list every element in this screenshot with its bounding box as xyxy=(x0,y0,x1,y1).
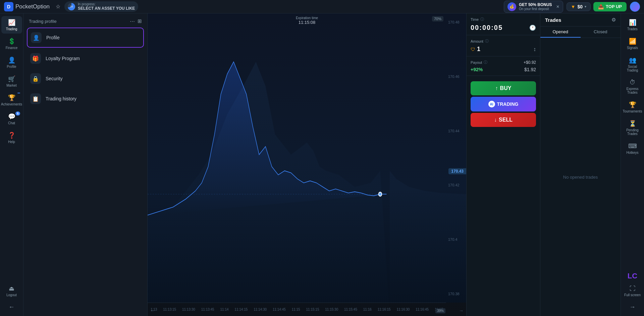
right-sidebar-item-express-trades[interactable]: ⏱ Express Trades xyxy=(622,76,643,97)
arrow-left-icon: ← xyxy=(9,304,15,311)
profile-menu-item-security[interactable]: 🔒 Security xyxy=(23,69,147,89)
right-sidebar-item-fullscreen[interactable]: ⛶ Full screen xyxy=(622,282,643,300)
achievements-icon: 🏆 xyxy=(8,94,15,101)
sidebar-label-logout: Logout xyxy=(6,293,17,297)
right-sidebar-item-social-trading[interactable]: 👥 Social Trading xyxy=(622,54,643,75)
sidebar-label-chat: Chat xyxy=(8,121,15,125)
sidebar-item-market[interactable]: 🛒 Market xyxy=(1,73,22,90)
rs-arrow-icon: → xyxy=(630,304,636,311)
price-label-5: 170.4 xyxy=(448,237,464,241)
star-button[interactable]: ☆ xyxy=(56,3,60,10)
expiry-info: Expiration time 11:15:08 xyxy=(296,16,318,25)
profile-menu-label-history: Trading history xyxy=(46,96,76,101)
sidebar-item-profile[interactable]: 👤 Profile xyxy=(1,54,22,71)
right-sidebar-item-pending[interactable]: ⏳ Pending Trades xyxy=(622,117,643,138)
rs-pending-label: Pending Trades xyxy=(624,128,642,136)
buy-button[interactable]: ↑ BUY xyxy=(471,81,536,95)
lc-watermark: LC xyxy=(628,272,637,280)
rs-signals-label: Signals xyxy=(627,46,638,50)
payout-pct-display: +92% xyxy=(471,67,483,72)
profile-header-grid[interactable]: ⊞ xyxy=(138,18,142,24)
right-sidebar-item-tournaments[interactable]: 🏆 Tournaments xyxy=(622,98,643,116)
tab-closed[interactable]: Closed xyxy=(581,27,621,38)
trades-panel: Trades ⚙ Opened Closed No opened trades xyxy=(540,13,621,316)
logo-icon: D xyxy=(4,2,13,11)
rs-signals-icon: 📶 xyxy=(629,38,636,45)
rs-social-trading-icon: 👥 xyxy=(629,56,636,64)
topup-icon: 📥 xyxy=(598,4,604,9)
user-avatar[interactable] xyxy=(630,2,640,12)
right-sidebar-item-trades[interactable]: 📊 Trades xyxy=(622,16,643,34)
sidebar-item-help[interactable]: ❓ Help xyxy=(1,129,22,146)
trades-empty-message: No opened trades xyxy=(540,38,621,316)
chart-time-labels: 1:13 11:13:15 11:13:30 11:13:45 11:14 11… xyxy=(148,303,446,316)
right-sidebar-item-hotkeys[interactable]: ⌨ Hotkeys xyxy=(622,140,643,157)
sidebar-item-achievements[interactable]: 🏆 Achievements xyxy=(1,91,22,109)
logo[interactable]: D PocketOption xyxy=(4,2,50,11)
sidebar-item-finance[interactable]: 💲 Finance xyxy=(1,35,22,52)
profile-icon: 👤 xyxy=(8,56,15,64)
ai-trading-button[interactable]: AI TRADING xyxy=(471,97,536,111)
amount-spinner-icon[interactable]: ↕ xyxy=(533,46,536,52)
ai-label: TRADING xyxy=(497,101,519,107)
payout-section: Payout ⓘ +$0.92 +92% $1.92 xyxy=(467,56,540,76)
balance-icon: ▼ xyxy=(571,4,576,9)
time-info-icon[interactable]: ⓘ xyxy=(480,17,484,22)
profile-menu-item-history[interactable]: 📋 Trading history xyxy=(23,89,147,109)
timer-icon[interactable]: 🕐 xyxy=(529,25,536,31)
trades-tabs: Opened Closed xyxy=(540,27,621,38)
payout-info-icon[interactable]: ⓘ xyxy=(484,60,487,65)
profile-header-actions: ⋯ ⊞ xyxy=(130,18,142,24)
bonus-banner[interactable]: 💰 GET 50% BONUS On your first deposit ✕ xyxy=(504,1,563,13)
svg-point-1 xyxy=(379,192,382,196)
right-sidebar-item-signals[interactable]: 📶 Signals xyxy=(622,35,643,52)
right-sidebar-item-arrow[interactable]: → xyxy=(622,301,643,313)
topup-label: TOP UP xyxy=(606,4,622,9)
price-label-2: 170.46 xyxy=(448,75,464,79)
bonus-subtitle: On your first deposit xyxy=(519,7,552,11)
arrow-right-chart[interactable]: → xyxy=(459,308,464,313)
amount-row: 🛡 1 ↕ xyxy=(471,46,536,53)
sidebar-label-help: Help xyxy=(8,140,15,144)
chart-svg xyxy=(148,13,466,316)
timer-value: 00:00:05 xyxy=(471,24,503,32)
current-price-badge: 170.43 xyxy=(448,168,466,174)
profile-menu-label-security: Security xyxy=(46,76,63,81)
sidebar-item-chat[interactable]: 5 💬 Chat xyxy=(1,110,22,128)
payout-display-row: +92% $1.92 xyxy=(471,67,536,72)
profile-menu-icon-loyalty: 🎁 xyxy=(30,53,41,64)
arrow-left-chart[interactable]: ← xyxy=(150,308,155,313)
logo-text: PocketOption xyxy=(15,3,50,10)
logout-icon: ⏏ xyxy=(9,285,14,292)
profile-header-dots[interactable]: ⋯ xyxy=(130,18,135,24)
trading-icon: 📈 xyxy=(8,19,15,26)
chat-icon: 💬 xyxy=(8,113,15,120)
profile-menu-icon-profile: 👤 xyxy=(31,32,42,43)
profile-menu-item-profile[interactable]: 👤 Profile xyxy=(27,28,144,48)
main-layout: 📈 Trading 💲 Finance 👤 Profile 🛒 Market 🏆… xyxy=(0,13,644,316)
profile-dropdown-title: Trading profile xyxy=(29,19,57,24)
progress-icon: 20 xyxy=(68,3,75,10)
sell-button[interactable]: ↓ SELL xyxy=(471,113,536,127)
pct-badge-bottom: 39% xyxy=(435,308,445,313)
bonus-close-icon[interactable]: ✕ xyxy=(556,4,559,9)
amount-section: Amount ⓘ 🛡 1 ↕ xyxy=(467,35,540,56)
price-label-6: 170.38 xyxy=(448,292,464,296)
balance-button[interactable]: ▼ $0 ▾ xyxy=(567,2,591,11)
rs-fullscreen-label: Full screen xyxy=(624,293,641,297)
expiry-time: 11:15:08 xyxy=(296,20,318,25)
sidebar-label-achievements: Achievements xyxy=(1,102,22,106)
sidebar-item-arrow[interactable]: ← xyxy=(1,301,22,313)
sidebar-item-logout[interactable]: ⏏ Logout xyxy=(1,282,22,300)
rs-trades-label: Trades xyxy=(627,27,638,31)
amount-info-icon[interactable]: ⓘ xyxy=(485,39,489,44)
balance-caret-icon: ▾ xyxy=(585,5,586,8)
profile-menu-item-loyalty[interactable]: 🎁 Loyalty Program xyxy=(23,48,147,69)
sidebar-item-trading[interactable]: 📈 Trading xyxy=(1,16,22,34)
payout-label: Payout ⓘ +$0.92 xyxy=(471,60,536,65)
sidebar-label-market: Market xyxy=(6,84,17,87)
topup-button[interactable]: 📥 TOP UP xyxy=(593,2,627,11)
progress-label: In progress: xyxy=(78,2,135,6)
tab-opened[interactable]: Opened xyxy=(540,27,581,38)
trades-gear-icon[interactable]: ⚙ xyxy=(611,17,616,23)
